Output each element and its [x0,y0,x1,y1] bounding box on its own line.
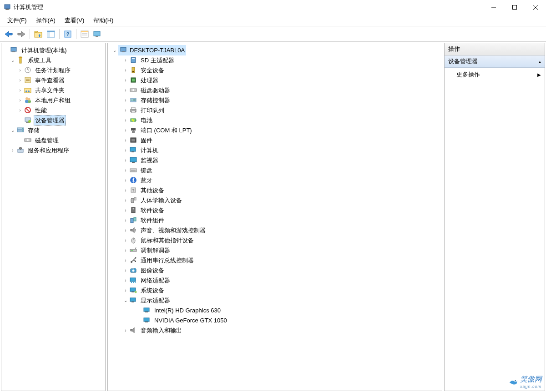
devices-view-button[interactable] [91,28,103,40]
tree-shared-folders[interactable]: › 共享文件夹 [2,85,104,95]
tree-root-computer-management[interactable]: 计算机管理(本地) [2,45,104,55]
show-hide-tree-button[interactable] [45,28,57,40]
expand-icon[interactable]: › [122,247,129,253]
device-category[interactable]: ›端口 (COM 和 LPT) [109,125,441,135]
expand-icon[interactable]: › [122,177,129,183]
expand-icon[interactable]: › [122,77,129,83]
menu-file[interactable]: 文件(F) [3,15,31,26]
properties-button[interactable] [79,28,91,40]
help-button[interactable]: ? [62,28,74,40]
device-category[interactable]: ›鼠标和其他指针设备 [109,235,441,245]
expand-icon[interactable]: › [17,97,23,103]
tree-storage[interactable]: ⌄ 存储 [2,125,104,135]
device-category[interactable]: ›人体学输入设备 [109,195,441,205]
tree-disk-management[interactable]: 磁盘管理 [2,135,104,145]
collapse-icon[interactable]: ⌄ [10,57,16,63]
tree-system-tools[interactable]: ⌄ 系统工具 [2,55,104,65]
forward-button[interactable] [15,28,27,40]
device-category-audio-io[interactable]: › 音频输入和输出 [109,325,441,335]
expand-icon[interactable]: › [122,57,129,63]
expand-icon[interactable]: › [122,147,129,153]
expand-icon[interactable]: › [122,127,129,133]
device-category[interactable]: ›电池 [109,115,441,125]
collapse-icon[interactable]: ⌄ [10,127,16,133]
expand-icon[interactable]: › [122,327,129,333]
expand-icon[interactable] [17,117,23,123]
expand-icon[interactable]: › [122,117,129,123]
device-category[interactable]: ›处理器 [109,75,441,85]
device-tree[interactable]: ⌄ DESKTOP-TJABL0A ›SD 主适配器›安全设备›处理器›磁盘驱动… [108,43,442,337]
menu-view[interactable]: 查看(V) [60,15,89,26]
tree-local-users[interactable]: › 本地用户和组 [2,95,104,105]
menu-action[interactable]: 操作(A) [31,15,60,26]
expand-icon[interactable]: › [122,167,129,173]
device-category[interactable]: ›打印队列 [109,105,441,115]
collapse-arrow-icon[interactable]: ▴ [539,59,541,64]
expand-icon[interactable]: › [122,87,129,93]
device-category[interactable]: ›通用串行总线控制器 [109,255,441,265]
close-button[interactable] [525,0,546,15]
tree-task-scheduler[interactable]: › 任务计划程序 [2,65,104,75]
device-category[interactable]: ›?其他设备 [109,185,441,195]
maximize-button[interactable] [504,0,525,15]
device-category[interactable]: ›键盘 [109,165,441,175]
device-category[interactable]: ›声音、视频和游戏控制器 [109,225,441,235]
expand-icon[interactable]: › [122,97,129,103]
device-category[interactable]: ›蓝牙 [109,175,441,185]
expand-icon[interactable]: › [17,77,23,83]
expand-icon[interactable]: › [10,147,16,153]
expand-icon[interactable]: › [122,257,129,263]
expand-icon[interactable]: › [122,187,129,193]
actions-more-actions[interactable]: 更多操作 ▶ [445,68,545,81]
tree-label: 设备管理器 [34,115,66,126]
device-category[interactable]: ›软件组件 [109,215,441,225]
expand-icon[interactable]: › [122,227,129,233]
expand-icon[interactable]: › [122,287,129,293]
expand-icon[interactable]: › [122,277,129,283]
device-tree-pane[interactable]: ⌄ DESKTOP-TJABL0A ›SD 主适配器›安全设备›处理器›磁盘驱动… [107,43,442,391]
expand-icon[interactable]: › [122,157,129,163]
console-tree-pane[interactable]: 计算机管理(本地) ⌄ 系统工具 › 任务计划程序 › [1,43,106,391]
expand-icon[interactable] [3,47,10,53]
device-category[interactable]: ›监视器 [109,155,441,165]
device-category[interactable]: ›计算机 [109,145,441,155]
expand-icon[interactable]: › [122,267,129,273]
expand-icon[interactable]: › [17,87,23,93]
tree-services-apps[interactable]: › 服务和应用程序 [2,145,104,155]
expand-icon[interactable]: › [122,137,129,143]
expand-icon[interactable] [17,137,23,143]
device-item[interactable]: NVIDIA GeForce GTX 1050 [109,315,441,325]
tree-device-manager[interactable]: 设备管理器 [2,115,104,125]
collapse-icon[interactable]: ⌄ [111,47,118,53]
expand-icon[interactable]: › [122,237,129,243]
expand-icon[interactable]: › [17,107,23,113]
expand-icon[interactable]: › [122,67,129,73]
minimize-button[interactable] [483,0,504,15]
expand-icon[interactable]: › [122,217,129,223]
back-button[interactable] [3,28,15,40]
console-tree[interactable]: 计算机管理(本地) ⌄ 系统工具 › 任务计划程序 › [1,43,105,157]
expand-icon[interactable]: › [122,107,129,113]
device-category[interactable]: ›调制解调器 [109,245,441,255]
collapse-icon[interactable]: ⌄ [122,297,129,303]
device-category[interactable]: ›图像设备 [109,265,441,275]
actions-section-device-manager[interactable]: 设备管理器 ▴ [445,55,545,68]
expand-icon[interactable]: › [122,197,129,203]
device-category[interactable]: ›系统设备 [109,285,441,295]
tree-performance[interactable]: › 性能 [2,105,104,115]
device-category[interactable]: ›SD 主适配器 [109,55,441,65]
device-category[interactable]: ›存储控制器 [109,95,441,105]
device-category[interactable]: ›固件 [109,135,441,145]
device-category-display[interactable]: ⌄ 显示适配器 [109,295,441,305]
device-item[interactable]: Intel(R) HD Graphics 630 [109,305,441,315]
device-category[interactable]: ›磁盘驱动器 [109,85,441,95]
device-category[interactable]: ›软件设备 [109,205,441,215]
device-tree-root[interactable]: ⌄ DESKTOP-TJABL0A [109,45,441,55]
up-level-button[interactable] [32,28,44,40]
menu-help[interactable]: 帮助(H) [89,15,118,26]
device-category[interactable]: ›网络适配器 [109,275,441,285]
device-category[interactable]: ›安全设备 [109,65,441,75]
expand-icon[interactable]: › [17,67,23,73]
tree-event-viewer[interactable]: › 事件查看器 [2,75,104,85]
expand-icon[interactable]: › [122,207,129,213]
